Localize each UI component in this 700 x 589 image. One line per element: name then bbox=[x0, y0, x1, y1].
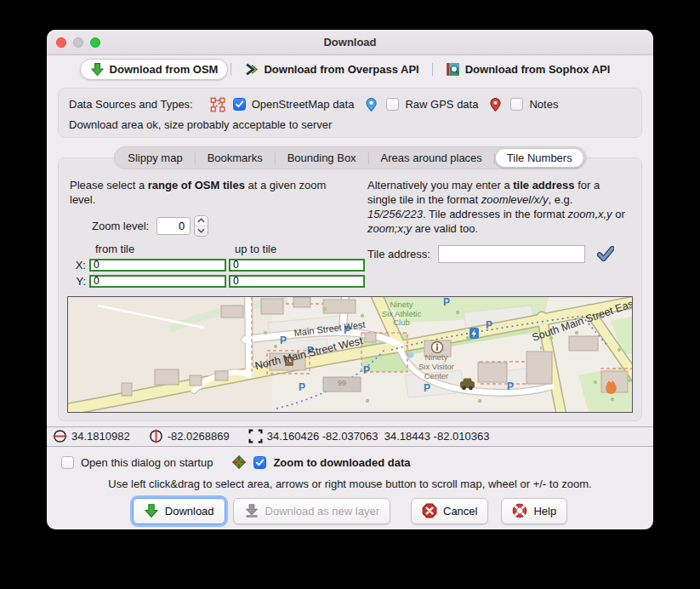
window-controls bbox=[56, 30, 100, 54]
info-icon bbox=[432, 341, 443, 352]
tile-range-instructions: Please select a range of OSM tiles at a … bbox=[70, 179, 352, 208]
download-new-layer-button[interactable]: Download as new layer bbox=[233, 498, 390, 524]
close-window-icon[interactable] bbox=[56, 37, 66, 48]
tab-download-from-sophox[interactable]: Download from Sophox API bbox=[435, 59, 621, 80]
check-icon bbox=[235, 100, 244, 109]
stepper-up-button[interactable] bbox=[195, 216, 208, 226]
osm-data-icon bbox=[210, 97, 225, 112]
parking-icon: P bbox=[507, 380, 514, 392]
tile-numbers-panel: Please select a range of OSM tiles at a … bbox=[58, 157, 642, 421]
options-row: Open this dialog on startup Zoom to down… bbox=[61, 454, 653, 472]
tab-areas-around-places[interactable]: Areas around places bbox=[369, 148, 494, 168]
usage-hint: Use left click&drag to select area, arro… bbox=[47, 477, 653, 490]
zoom-to-data-icon bbox=[231, 455, 247, 470]
zoom-level-input[interactable] bbox=[157, 217, 191, 235]
tab-label: Download from Overpass API bbox=[264, 63, 418, 76]
chevron-down-icon bbox=[197, 228, 205, 233]
map-preview[interactable]: P P P P P P P P P bbox=[67, 296, 633, 413]
osm-data-option: OpenStreetMap data bbox=[210, 97, 355, 112]
tab-download-from-overpass[interactable]: Download from Overpass API bbox=[234, 59, 429, 80]
stepper-down-button[interactable] bbox=[195, 226, 208, 236]
parking-icon: P bbox=[424, 382, 430, 394]
startup-label: Open this dialog on startup bbox=[81, 456, 213, 469]
zoom-level-stepper bbox=[194, 215, 208, 237]
parking-icon: P bbox=[280, 335, 287, 346]
notes-label: Notes bbox=[529, 98, 558, 111]
gps-data-checkbox[interactable] bbox=[386, 98, 399, 111]
help-button-label: Help bbox=[533, 505, 556, 518]
tab-tile-numbers[interactable]: Tile Numbers bbox=[495, 148, 584, 168]
extent-icon bbox=[248, 429, 263, 443]
tab-label: Bookmarks bbox=[208, 152, 263, 164]
tab-bounding-box[interactable]: Bounding Box bbox=[276, 148, 368, 168]
latitude-icon bbox=[53, 429, 67, 443]
download-size-status: Download area ok, size probably acceptab… bbox=[69, 118, 631, 131]
latitude-value: 34.1810982 bbox=[71, 430, 130, 443]
download-new-layer-label: Download as new layer bbox=[265, 505, 379, 518]
tab-label: Tile Numbers bbox=[507, 152, 572, 164]
download-arrow-icon bbox=[144, 503, 159, 518]
x-to-input[interactable] bbox=[229, 259, 365, 272]
cancel-button-label: Cancel bbox=[443, 505, 477, 518]
titlebar: Download bbox=[47, 30, 653, 55]
ev-charging-icon bbox=[470, 328, 479, 339]
tile-address-input[interactable] bbox=[438, 245, 585, 263]
startup-checkbox[interactable] bbox=[61, 456, 74, 469]
y-from-input[interactable] bbox=[89, 275, 226, 288]
download-arrow-icon bbox=[90, 62, 105, 77]
tab-slippy-map[interactable]: Slippy map bbox=[116, 148, 194, 168]
zoom-window-icon[interactable] bbox=[90, 37, 100, 48]
from-tile-header: from tile bbox=[89, 243, 226, 255]
latitude-readout: 34.1810982 bbox=[53, 429, 130, 443]
download-button[interactable]: Download bbox=[133, 498, 225, 524]
longitude-readout: -82.0268869 bbox=[149, 429, 230, 443]
notes-checkbox[interactable] bbox=[510, 98, 523, 111]
y-to-input[interactable] bbox=[229, 275, 365, 288]
tab-label: Download from OSM bbox=[110, 63, 219, 76]
tile-address-label: Tile address: bbox=[367, 248, 430, 260]
cancel-button[interactable]: Cancel bbox=[411, 498, 488, 524]
startup-option: Open this dialog on startup bbox=[61, 456, 213, 469]
osm-data-label: OpenStreetMap data bbox=[252, 98, 355, 111]
tile-address-instructions: Alternatively you may enter a tile addre… bbox=[367, 179, 630, 237]
coordinate-status-bar: 34.1810982 -82.0268869 34.160426 -82.037… bbox=[47, 426, 653, 447]
zoom-to-data-label: Zoom to downloaded data bbox=[273, 456, 410, 469]
svg-text:Six Visitor: Six Visitor bbox=[418, 362, 454, 371]
sophox-api-icon bbox=[446, 62, 460, 77]
tab-label: Areas around places bbox=[381, 152, 482, 164]
window-title: Download bbox=[323, 36, 376, 49]
dialog-buttons: Download Download as new layer Cancel bbox=[47, 498, 653, 524]
svg-text:Ninety: Ninety bbox=[425, 352, 448, 362]
parking-icon: P bbox=[486, 319, 492, 331]
gps-data-option: Raw GPS data bbox=[364, 97, 478, 112]
x-row-label: X: bbox=[70, 259, 87, 272]
minimize-window-icon[interactable] bbox=[73, 37, 83, 48]
tab-label: Download from Sophox API bbox=[465, 63, 611, 76]
address-valid-check-icon bbox=[597, 246, 614, 261]
tab-separator bbox=[432, 63, 433, 76]
download-button-label: Download bbox=[165, 505, 214, 518]
zoom-to-data-checkbox[interactable] bbox=[253, 456, 266, 469]
help-lifebuoy-icon bbox=[512, 503, 527, 518]
x-from-input[interactable] bbox=[89, 259, 226, 272]
overpass-api-icon bbox=[244, 62, 259, 77]
parking-icon: P bbox=[363, 364, 370, 376]
chevron-up-icon bbox=[197, 218, 205, 223]
zoom-to-data-option: Zoom to downloaded data bbox=[253, 456, 410, 469]
osm-data-checkbox[interactable] bbox=[233, 98, 246, 111]
svg-text:Club: Club bbox=[393, 317, 410, 327]
tab-bookmarks[interactable]: Bookmarks bbox=[196, 148, 275, 168]
help-button[interactable]: Help bbox=[501, 498, 567, 524]
tab-download-from-osm[interactable]: Download from OSM bbox=[80, 59, 229, 80]
data-sources-label: Data Sources and Types: bbox=[69, 98, 193, 111]
y-row-label: Y: bbox=[70, 275, 87, 288]
longitude-value: -82.0268869 bbox=[168, 430, 230, 443]
svg-text:Center: Center bbox=[424, 371, 449, 380]
download-new-layer-icon bbox=[244, 503, 259, 518]
download-source-tabs: Download from OSM Download from Overpass… bbox=[47, 58, 653, 81]
tile-range-grid: from tile up to tile X: Y: bbox=[70, 243, 352, 288]
download-dialog: Download Download from OSM Download from… bbox=[47, 30, 653, 529]
selection-method-tabs: Slippy map Bookmarks Bounding Box Areas … bbox=[113, 146, 586, 169]
data-sources-panel: Data Sources and Types: OpenStreetMap da… bbox=[58, 88, 642, 138]
svg-text:Six Athletic: Six Athletic bbox=[382, 308, 422, 317]
